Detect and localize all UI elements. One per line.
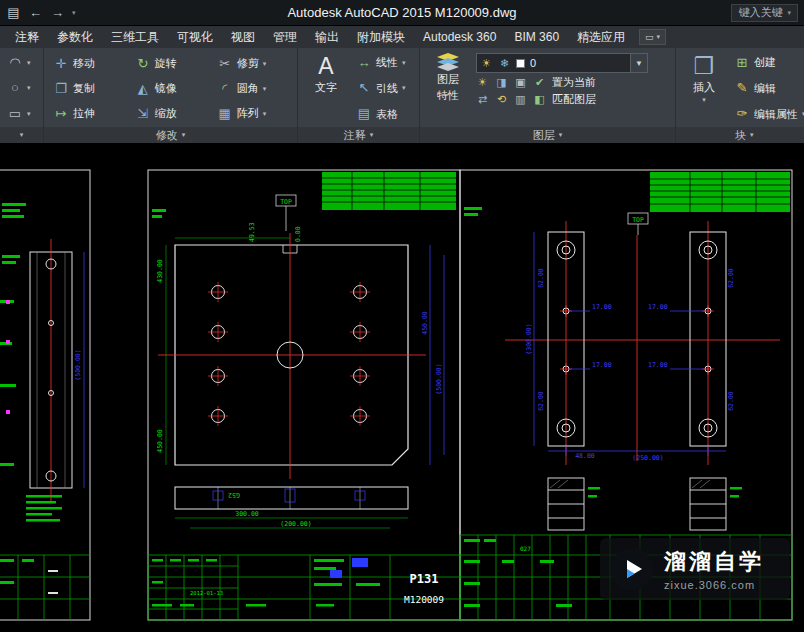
modify-title-label: 修改	[156, 128, 178, 143]
top-marker-center: TOP	[280, 198, 292, 206]
layer-props-label-2: 特性	[437, 88, 459, 103]
layer-props-label-1: 图层	[437, 72, 459, 87]
array-button[interactable]: ▦阵列▾	[215, 101, 290, 126]
block-title-label: 块	[735, 128, 746, 143]
dim-17-a: 17.00	[592, 303, 612, 311]
insert-block-icon: ❒	[694, 53, 715, 79]
dim-right-b: (500.00)	[435, 363, 443, 394]
bulb-icon: ☀	[476, 76, 489, 89]
copy-button[interactable]: ❐复制	[51, 76, 119, 101]
circle-button[interactable]: ○▾	[5, 80, 38, 96]
linear-dim-button[interactable]: ↔线性▾	[354, 54, 408, 71]
tab-featured-apps[interactable]: 精选应用	[568, 26, 634, 49]
ribbon-options-button[interactable]: ▭ ▾	[639, 29, 666, 45]
swap-icon: ⇄	[476, 93, 489, 106]
search-input[interactable]: 键入关键 ▾	[731, 4, 798, 22]
layer-properties-button[interactable]: 图层 特性	[425, 50, 471, 127]
edit-block-label: 编辑	[754, 81, 776, 96]
set-current-button[interactable]: ☀ ◨ ▣ ✔ 置为当前	[476, 75, 648, 90]
layer-freeze-icon: ❄	[498, 57, 511, 70]
leader-label: 引线	[376, 81, 398, 96]
rectangle-button[interactable]: ▭▾	[5, 106, 38, 122]
annotate-panel-title[interactable]: 注释▾	[298, 127, 419, 143]
layer-dropdown[interactable]: ☀ ❄ 0 ▼	[476, 53, 648, 73]
set-current-icon: ✔	[533, 76, 546, 89]
rotate-button[interactable]: ↻旋转	[133, 51, 201, 76]
table-label: 表格	[376, 107, 398, 122]
app-menu-icon[interactable]: ▤	[6, 4, 21, 22]
stretch-button[interactable]: ↦拉伸	[51, 101, 119, 126]
tab-3d-tools[interactable]: 三维工具	[102, 26, 168, 49]
layer-dropdown-caret-icon[interactable]: ▼	[630, 54, 647, 72]
dim-bottom-b: (200.00)	[280, 520, 311, 528]
annotate-panel: A 文字 ↔线性▾ ↖引线▾ ▤表格 注释▾	[298, 48, 420, 143]
quick-toolbar-caret-icon[interactable]: ▾	[72, 9, 76, 17]
prev-layer-icon: ⟲	[495, 93, 508, 106]
title-block-date: 2012-01-13	[190, 590, 223, 596]
fillet-button[interactable]: ◜圆角▾	[215, 76, 290, 101]
modify-panel: ✛移动 ❐复制 ↦拉伸 ↻旋转 ◭镜像 ⇲缩放 ✂修剪▾ ◜圆角▾ ▦阵列▾ 修…	[44, 48, 298, 143]
dim-62-c: 62.00	[727, 268, 735, 288]
dim-250: (250.00)	[632, 454, 663, 462]
redo-icon[interactable]: →	[50, 4, 65, 22]
match-icon: ◧	[533, 93, 546, 106]
block-panel-title[interactable]: 块▾	[676, 127, 804, 143]
arc-button[interactable]: ◠▾	[5, 55, 38, 71]
modify-panel-title[interactable]: 修改▾	[44, 127, 297, 143]
text-button[interactable]: A 文字	[303, 50, 349, 127]
table-button[interactable]: ▤表格	[354, 106, 408, 123]
tab-visualization[interactable]: 可视化	[168, 26, 222, 49]
copy-label: 复制	[73, 81, 95, 96]
dim-17-b: 17.00	[592, 361, 612, 369]
search-caret-icon[interactable]: ▾	[787, 9, 791, 17]
circle-icon: ○	[7, 81, 23, 95]
mirror-button[interactable]: ◭镜像	[133, 76, 201, 101]
leader-button[interactable]: ↖引线▾	[354, 80, 408, 97]
watermark: 溜溜自学 zixue.3066.com	[600, 538, 790, 600]
dim-62-d: 62.00	[727, 391, 735, 411]
edit-attributes-button[interactable]: ✑编辑属性▾	[732, 106, 804, 123]
tab-annotate[interactable]: 注释	[6, 26, 48, 49]
block-panel: ❒ 插入 ▾ ⊞创建 ✎编辑 ✑编辑属性▾ 块▾	[676, 48, 804, 143]
edit-block-button[interactable]: ✎编辑	[732, 80, 804, 97]
leader-icon: ↖	[356, 81, 372, 95]
tab-manage[interactable]: 管理	[264, 26, 306, 49]
arc-icon: ◠	[7, 56, 23, 70]
scale-button[interactable]: ⇲缩放	[133, 101, 201, 126]
layers-panel: 图层 特性 ☀ ❄ 0 ▼ ☀ ◨ ▣ ✔	[420, 48, 676, 143]
isolate-icon: ◨	[495, 76, 508, 89]
trim-button[interactable]: ✂修剪▾	[215, 51, 290, 76]
undo-icon[interactable]: ←	[28, 4, 43, 22]
tab-output[interactable]: 输出	[306, 26, 348, 49]
autocad-window: ▤ ← → ▾ Autodesk AutoCAD 2015 M120009.dw…	[0, 0, 804, 632]
create-block-icon: ⊞	[734, 56, 750, 70]
tab-view[interactable]: 视图	[222, 26, 264, 49]
dim-62-b: 62.00	[537, 391, 545, 411]
layers-panel-title[interactable]: 图层▾	[420, 127, 675, 143]
tab-add-ins[interactable]: 附加模块	[348, 26, 414, 49]
insert-block-button[interactable]: ❒ 插入 ▾	[681, 50, 727, 127]
dim-right-300: (300.00)	[525, 323, 533, 354]
create-block-button[interactable]: ⊞创建	[732, 54, 804, 71]
tab-autodesk-360[interactable]: Autodesk 360	[414, 27, 505, 47]
match-layer-button[interactable]: ⇄ ⟲ ▥ ◧ 匹配图层	[476, 92, 648, 107]
linear-dim-icon: ↔	[356, 56, 372, 70]
left-dim-500: (500.00)	[74, 349, 82, 380]
mirror-icon: ◭	[135, 82, 151, 96]
move-button[interactable]: ✛移动	[51, 51, 119, 76]
text-icon: A	[318, 53, 333, 79]
draw-panel-title[interactable]: ▾	[0, 127, 43, 143]
move-icon: ✛	[53, 57, 69, 71]
watermark-url: zixue.3066.com	[664, 579, 764, 591]
tab-bim-360[interactable]: BIM 360	[505, 27, 568, 47]
edit-block-icon: ✎	[734, 81, 750, 95]
stretch-icon: ↦	[53, 107, 69, 121]
match-layer-label: 匹配图层	[552, 92, 596, 107]
tab-parametric[interactable]: 参数化	[48, 26, 102, 49]
copy-icon: ❐	[53, 82, 69, 96]
merge-icon: ▥	[514, 93, 527, 106]
dim-17-d: 17.00	[648, 361, 668, 369]
dim-left-bottom: 450.00	[156, 429, 164, 453]
move-label: 移动	[73, 56, 95, 71]
top-marker-right: TOP	[632, 216, 644, 224]
